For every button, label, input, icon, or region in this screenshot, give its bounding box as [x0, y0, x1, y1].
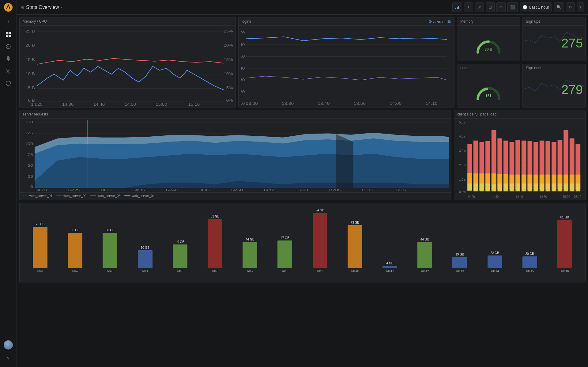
svg-text:15:15: 15:15 — [394, 188, 406, 191]
dashboard-icon[interactable] — [3, 29, 14, 40]
ws2-color — [56, 195, 62, 196]
gear-icon[interactable] — [3, 66, 14, 77]
shield-icon[interactable] — [3, 78, 14, 89]
app-logo[interactable] — [3, 2, 13, 12]
logouts-gauge-svg: 161 — [473, 78, 504, 102]
legend-ws1: web_server_01 — [22, 194, 52, 198]
signups-value: 275 — [561, 36, 583, 51]
bar-label-top: 20 GB — [526, 252, 534, 255]
svg-rect-108 — [473, 184, 478, 191]
compass-icon[interactable] — [3, 41, 14, 52]
svg-text:20 B: 20 B — [25, 43, 35, 47]
bar-group-sda3: 60 GBsda3 — [99, 229, 121, 273]
help-icon[interactable]: ? — [3, 353, 14, 364]
svg-rect-132 — [522, 184, 526, 191]
chevron-down-icon[interactable]: ▾ — [61, 6, 62, 9]
refresh-dropdown[interactable]: ▾ — [577, 2, 584, 12]
logins-legend: logins logins (-1 hour) — [239, 107, 454, 108]
svg-rect-131 — [522, 175, 526, 184]
svg-rect-113 — [485, 173, 490, 184]
bar-label-top: 4 GB — [386, 262, 394, 265]
memory-cpu-legend: memory cpu — [20, 107, 236, 108]
bar-group-sda4: 30 GBsda4 — [134, 246, 156, 273]
bar-group-sda10: 73 GBsda10 — [344, 221, 366, 273]
svg-rect-155 — [570, 175, 575, 184]
svg-text:150: 150 — [25, 120, 33, 124]
ws4-color — [124, 195, 130, 196]
svg-rect-149 — [558, 175, 563, 184]
bar-label-bottom: sda13 — [456, 270, 464, 273]
svg-text:3.0 s: 3.0 s — [459, 149, 466, 153]
svg-text:2.0 s: 2.0 s — [459, 163, 466, 167]
bar-label-top: 83 GB — [211, 215, 219, 218]
svg-rect-120 — [497, 184, 502, 191]
disk-usage-chart: 70 GBsda160 GBsda260 GBsda330 GBsda440 G… — [23, 206, 582, 282]
zoom-button[interactable]: 🔍 — [554, 2, 564, 12]
bar-label-bottom: sda9 — [317, 270, 323, 273]
bar-label-top: 40 GB — [176, 240, 184, 244]
svg-text:4.0 s: 4.0 s — [459, 134, 466, 138]
logouts-panel: Logouts 161 — [457, 64, 520, 108]
share-button[interactable]: ↗ — [475, 2, 484, 12]
server-requests-svg: 150 125 100 75 50 25 0 — [22, 120, 449, 191]
bar-rect — [488, 255, 502, 268]
svg-text:14:45: 14:45 — [198, 188, 210, 191]
bar-group-sda13: 19 GBsda13 — [449, 253, 470, 273]
refresh-button[interactable]: ↺ — [566, 2, 575, 12]
svg-text:13:30: 13:30 — [282, 101, 294, 106]
svg-rect-107 — [473, 173, 478, 184]
svg-text:15:05: 15:05 — [328, 188, 341, 191]
svg-text:161: 161 — [485, 94, 492, 98]
bar-rect — [243, 242, 257, 268]
ws3-color — [90, 195, 96, 196]
svg-rect-126 — [510, 184, 514, 191]
avatar[interactable] — [3, 339, 14, 350]
bar-group-sda2: 60 GBsda2 — [64, 229, 86, 273]
svg-text:20%: 20% — [224, 43, 233, 47]
chart-type-button[interactable] — [452, 2, 462, 12]
logins-header: logins timeshift -1h — [239, 17, 454, 26]
svg-text:14:20: 14:20 — [35, 188, 47, 191]
time-range-button[interactable]: 🕐 Last 1 hour — [520, 2, 552, 12]
dashboard: Memory / CPU 25 B 20 B 15 B 10 B 5 B 0 B… — [17, 15, 588, 367]
save-button[interactable]: ⊡ — [486, 2, 495, 12]
svg-rect-144 — [545, 184, 550, 191]
bar-label-bottom: sda14 — [491, 270, 499, 273]
svg-point-6 — [8, 46, 9, 47]
svg-rect-116 — [492, 173, 496, 184]
signouts-panel: Sign outs 279 — [522, 64, 586, 108]
signups-panel: Sign ups 275 — [522, 17, 586, 61]
bar-rect — [383, 266, 397, 268]
svg-rect-123 — [503, 184, 508, 191]
star-button[interactable]: ★ — [464, 2, 473, 12]
svg-text:14:25: 14:25 — [67, 188, 80, 191]
signups-body: 275 — [523, 26, 585, 61]
svg-rect-2 — [9, 32, 11, 34]
bell-icon[interactable] — [3, 53, 14, 64]
svg-text:14:00: 14:00 — [390, 101, 401, 106]
ws1-color — [22, 195, 28, 196]
memory-cpu-chart: 25 B 20 B 15 B 10 B 5 B 0 B 25% 20% 15% … — [20, 26, 236, 107]
bar-group-sda1: 70 GBsda1 — [29, 222, 51, 273]
disk-usage-panel: 70 GBsda160 GBsda260 GBsda330 GBsda440 G… — [19, 203, 586, 282]
main-content: ⊞ Stats Overview ▾ ★ ↗ ⊡ ⚙ ⬛ 🕐 Last 1 ho… — [17, 0, 588, 367]
signouts-body: 279 — [523, 72, 585, 108]
memory-gauge-svg: 80 B — [473, 31, 504, 55]
page-load-chart: 5.0 s 4.0 s 3.0 s 2.0 s 1.0 s 0 ms — [454, 119, 585, 200]
svg-text:50: 50 — [241, 54, 245, 59]
logouts-title: Logouts — [457, 64, 520, 72]
memory-cpu-title[interactable]: Memory / CPU — [23, 19, 47, 24]
settings-button[interactable]: ⚙ — [496, 2, 506, 12]
svg-text:15:10: 15:10 — [361, 188, 373, 191]
bar-rect — [348, 225, 362, 268]
server-requests-chart: 150 125 100 75 50 25 0 — [20, 119, 451, 192]
add-icon[interactable]: + — [3, 17, 14, 28]
tv-button[interactable]: ⬛ — [507, 2, 518, 12]
bar-label-top: 30 GB — [141, 246, 149, 249]
svg-text:10 B: 10 B — [25, 71, 35, 76]
bar-label-bottom: sda6 — [212, 270, 218, 273]
memory-panel: Memory 80 B — [457, 17, 520, 61]
bar-label-bottom: sda15 — [526, 270, 534, 273]
grid-icon: ⊞ — [21, 5, 24, 10]
svg-rect-110 — [480, 173, 484, 184]
